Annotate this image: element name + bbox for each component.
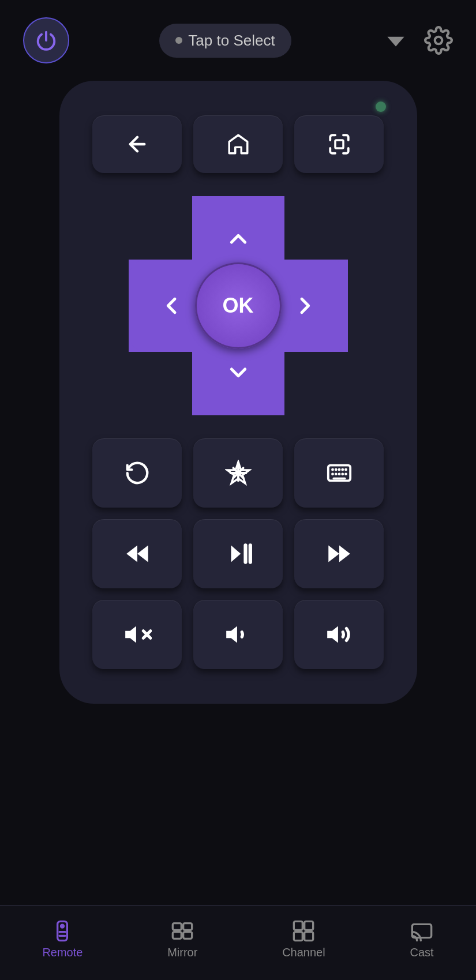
volume-down-icon <box>224 620 253 649</box>
keyboard-icon <box>326 460 353 486</box>
play-pause-icon <box>224 539 253 568</box>
rewind-icon <box>123 539 152 568</box>
chevron-left-icon <box>160 294 183 317</box>
dropdown-icon <box>381 26 410 55</box>
star-icon <box>225 460 252 486</box>
nav-item-remote[interactable]: Remote <box>31 915 94 964</box>
header: Tap to Select <box>0 0 476 75</box>
svg-rect-29 <box>183 932 192 939</box>
channel-nav-label: Channel <box>282 946 325 959</box>
svg-point-23 <box>61 924 65 928</box>
ok-button[interactable]: OK <box>195 262 282 349</box>
gear-icon <box>424 26 453 55</box>
tap-select-text: Tap to Select <box>188 32 275 50</box>
dropdown-button[interactable] <box>381 26 410 55</box>
channel-nav-icon <box>292 919 315 943</box>
tap-select-dot <box>175 37 182 44</box>
fast-forward-icon <box>325 539 354 568</box>
chevron-right-icon <box>293 294 316 317</box>
back-icon <box>125 132 149 156</box>
svg-rect-31 <box>305 921 313 930</box>
chevron-up-icon <box>227 228 250 251</box>
middle-buttons-row <box>92 438 384 508</box>
mute-button[interactable] <box>92 600 182 669</box>
volume-up-icon <box>325 620 354 649</box>
nav-item-mirror[interactable]: Mirror <box>156 915 209 964</box>
nav-item-channel[interactable]: Channel <box>271 915 337 964</box>
power-button[interactable] <box>23 17 69 63</box>
power-icon <box>35 29 57 51</box>
volume-up-button[interactable] <box>294 600 384 669</box>
mute-icon <box>123 620 152 649</box>
volume-down-button[interactable] <box>193 600 283 669</box>
ok-label: OK <box>223 294 254 318</box>
cast-nav-icon <box>410 919 433 943</box>
fullscreen-icon <box>327 132 351 156</box>
remote-nav-icon <box>51 919 74 943</box>
fullscreen-button[interactable] <box>294 115 384 173</box>
svg-point-0 <box>435 37 443 44</box>
svg-rect-1 <box>335 140 343 148</box>
back-button[interactable] <box>92 115 182 173</box>
mirror-nav-icon <box>171 919 194 943</box>
keyboard-button[interactable] <box>294 438 384 508</box>
svg-rect-28 <box>173 932 182 939</box>
svg-rect-27 <box>183 923 192 930</box>
svg-rect-30 <box>294 921 303 930</box>
replay-icon <box>124 460 151 486</box>
led-indicator <box>376 102 386 112</box>
playpause-button[interactable] <box>193 519 283 588</box>
nav-item-cast[interactable]: Cast <box>398 915 445 964</box>
chevron-down-icon <box>227 361 250 384</box>
top-buttons-row <box>92 115 384 173</box>
options-button[interactable] <box>193 438 283 508</box>
remote-body: OK <box>59 81 417 704</box>
svg-rect-33 <box>305 932 313 941</box>
tap-to-select[interactable]: Tap to Select <box>159 24 291 58</box>
fastforward-button[interactable] <box>294 519 384 588</box>
rewind-button[interactable] <box>92 519 182 588</box>
settings-button[interactable] <box>424 26 453 55</box>
volume-buttons-row <box>92 600 384 669</box>
bottom-nav: Remote Mirror Channel Cast <box>0 905 476 980</box>
playback-buttons-row <box>92 519 384 588</box>
home-button[interactable] <box>193 115 283 173</box>
remote-nav-label: Remote <box>42 946 83 959</box>
dpad: OK <box>129 196 348 415</box>
svg-rect-32 <box>294 932 303 941</box>
header-right <box>381 26 453 55</box>
replay-button[interactable] <box>92 438 182 508</box>
home-icon <box>226 132 250 156</box>
svg-rect-26 <box>173 923 182 930</box>
mirror-nav-label: Mirror <box>167 946 197 959</box>
cast-nav-label: Cast <box>410 946 433 959</box>
